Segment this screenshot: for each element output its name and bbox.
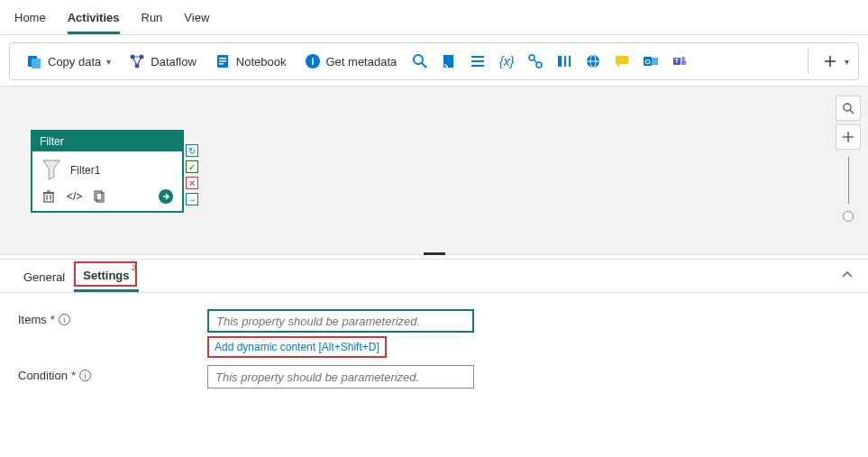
chevron-down-icon: ▾ [106, 57, 111, 67]
tab-view[interactable]: View [184, 5, 209, 34]
list-icon [470, 53, 486, 69]
outlook-icon-button[interactable]: O [638, 49, 663, 74]
copy-data-label: Copy data [48, 55, 101, 69]
outlook-icon: O [643, 53, 659, 69]
teams-icon: T [672, 53, 688, 69]
canvas-add-button[interactable] [836, 124, 861, 150]
svg-rect-14 [471, 56, 484, 58]
svg-point-31 [681, 57, 685, 60]
dataflow-label: Dataflow [151, 55, 196, 69]
condition-label: Condition [18, 369, 68, 382]
plus-icon [823, 54, 837, 69]
condition-info-button[interactable]: i [79, 370, 91, 381]
svg-text:i: i [311, 56, 314, 67]
align-icon [556, 53, 572, 69]
port-skip[interactable]: → [186, 193, 198, 206]
globe-icon [585, 53, 601, 69]
svg-rect-15 [471, 60, 484, 62]
port-pending[interactable]: ↻ [186, 144, 198, 157]
svg-rect-20 [558, 56, 562, 67]
teams-icon-button[interactable]: T [667, 49, 692, 74]
required-marker: * [71, 369, 76, 382]
tab-settings[interactable]: Settings [74, 260, 138, 292]
node-type-label: Filter [32, 132, 182, 151]
zoom-slider-handle[interactable] [843, 211, 854, 222]
arrow-right-icon [161, 192, 170, 201]
align-icon-button[interactable] [552, 49, 577, 74]
notebook-button[interactable]: Notebook [207, 50, 294, 73]
collapse-panel-button[interactable] [841, 269, 854, 281]
port-success[interactable]: ✓ [186, 160, 198, 173]
svg-rect-16 [471, 65, 484, 67]
run-node-button[interactable] [159, 189, 173, 204]
svg-rect-28 [652, 58, 658, 65]
copy-data-button[interactable]: Copy data ▾ [19, 50, 118, 73]
plus-icon [842, 131, 854, 143]
svg-rect-7 [219, 60, 226, 62]
filter-activity-node[interactable]: Filter Filter1 </> ↻ ✓ ✕ [31, 130, 184, 213]
link-nodes-icon [527, 53, 544, 69]
panel-splitter[interactable] [0, 255, 868, 259]
search-icon-button[interactable] [407, 49, 433, 74]
info-icon: i [305, 53, 321, 69]
tab-home[interactable]: Home [14, 5, 46, 34]
get-metadata-label: Get metadata [326, 55, 397, 69]
svg-line-43 [850, 110, 854, 114]
search-icon [412, 53, 428, 69]
delete-button[interactable] [41, 189, 56, 204]
script-icon [441, 53, 457, 69]
tab-activities[interactable]: Activities [68, 5, 120, 34]
search-icon [842, 102, 854, 114]
properties-panel: General Settings 2 Items * i Add dynamic… [0, 259, 868, 412]
canvas-tools [836, 96, 861, 222]
canvas-search-button[interactable] [836, 96, 861, 121]
zoom-slider-track [848, 157, 849, 204]
chevron-down-icon[interactable]: ▾ [845, 57, 849, 67]
copy-data-icon [26, 53, 42, 69]
variable-icon-button[interactable]: {x} [494, 49, 519, 74]
properties-tab-bar: General Settings 2 [0, 260, 868, 293]
svg-point-42 [844, 104, 851, 111]
tab-run[interactable]: Run [142, 5, 163, 34]
required-marker: * [50, 313, 55, 326]
list-icon-button[interactable] [465, 49, 490, 74]
pipeline-canvas[interactable]: Filter Filter1 </> ↻ ✓ ✕ [0, 86, 868, 255]
link-icon-button[interactable] [523, 49, 548, 74]
variable-icon: {x} [499, 54, 514, 69]
notebook-icon [215, 53, 231, 69]
svg-rect-1 [32, 59, 41, 69]
funnel-icon [41, 159, 61, 182]
dataflow-button[interactable]: Dataflow [122, 50, 204, 73]
svg-rect-32 [681, 60, 686, 65]
svg-rect-6 [219, 58, 226, 59]
notebook-label: Notebook [236, 55, 287, 69]
trash-icon [41, 189, 56, 204]
svg-rect-21 [564, 56, 566, 67]
add-activity-button[interactable] [818, 49, 843, 74]
svg-line-12 [422, 63, 426, 68]
items-input[interactable] [207, 309, 474, 333]
copy-button[interactable] [92, 189, 106, 204]
items-info-button[interactable]: i [59, 314, 70, 325]
globe-icon-button[interactable] [580, 49, 606, 74]
svg-rect-22 [569, 56, 571, 67]
items-label: Items [18, 313, 47, 326]
tab-general[interactable]: General [14, 261, 74, 291]
add-dynamic-content-link[interactable]: Add dynamic content [Alt+Shift+D] [207, 336, 387, 358]
settings-form: Items * i Add dynamic content [Alt+Shift… [0, 293, 868, 412]
node-output-ports: ↻ ✓ ✕ → [186, 144, 198, 206]
condition-input[interactable] [207, 365, 474, 388]
top-tab-bar: Home Activities Run View [0, 0, 868, 35]
svg-point-11 [414, 55, 423, 64]
node-name-label: Filter1 [70, 164, 100, 177]
settings-badge: 2 [132, 263, 136, 272]
port-failure[interactable]: ✕ [186, 177, 198, 189]
script-icon-button[interactable] [436, 49, 461, 74]
get-metadata-button[interactable]: i Get metadata [297, 50, 405, 73]
chat-icon [614, 53, 630, 69]
chat-icon-button[interactable] [609, 49, 635, 74]
svg-line-19 [534, 59, 537, 63]
svg-rect-8 [219, 63, 224, 65]
code-icon: </> [67, 190, 82, 203]
code-button[interactable]: </> [67, 189, 81, 204]
